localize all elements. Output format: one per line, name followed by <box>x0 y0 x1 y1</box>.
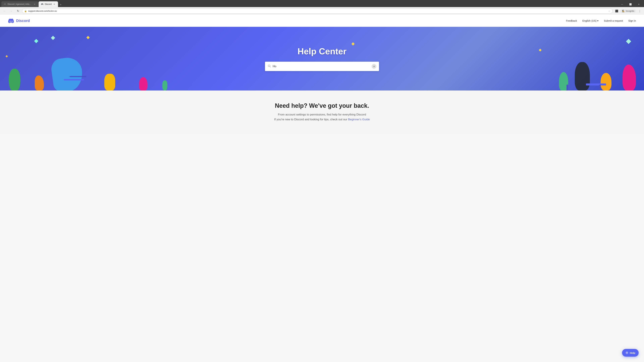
tab-favicon-1: 🎮 <box>4 3 6 5</box>
tab-favicon-2: 🎮 <box>41 3 44 5</box>
maximize-button[interactable]: ⬜ <box>626 2 634 7</box>
minimize-button[interactable]: — <box>618 2 626 7</box>
search-input[interactable] <box>273 65 370 68</box>
hero-title: Help Center <box>298 46 346 56</box>
help-headline: Need help? We've got your back. <box>8 102 636 109</box>
window-controls: — ⬜ ✕ <box>618 2 643 7</box>
deco-star-2 <box>351 42 355 45</box>
left-characters <box>0 27 290 90</box>
refresh-icon: ↻ <box>17 9 19 12</box>
sign-in-nav-link[interactable]: Sign in <box>628 19 636 22</box>
right-characters <box>374 27 644 90</box>
close-button[interactable]: ✕ <box>635 2 643 7</box>
browser-tab-1[interactable]: 🎮 Discord | #general | Artists Disco... … <box>1 1 38 7</box>
discord-logo-text: Discord <box>16 18 30 23</box>
forward-icon: → <box>10 9 12 12</box>
tab-close-2[interactable]: ✕ <box>53 3 56 5</box>
browser-chrome: 🎮 Discord | #general | Artists Disco... … <box>0 0 644 15</box>
search-clear-button[interactable]: ✕ <box>372 64 376 69</box>
site-nav: Discord Feedback English (US) ▾ Submit a… <box>0 15 644 27</box>
nav-links: Feedback English (US) ▾ Submit a request… <box>566 19 636 22</box>
search-icon <box>268 64 271 68</box>
maximize-icon: ⬜ <box>629 3 632 5</box>
more-options-icon: ⋮ <box>638 9 641 12</box>
submit-request-nav-link[interactable]: Submit a request <box>604 19 623 22</box>
toolbar-right: ⬛ 🕵 Incognito ⋮ <box>614 9 642 13</box>
language-nav-link[interactable]: English (US) ▾ <box>582 19 598 22</box>
profile-manager-button[interactable]: ⬛ <box>614 9 619 13</box>
help-body-2: If you're new to Discord and looking for… <box>8 117 636 122</box>
minimize-icon: — <box>621 3 623 5</box>
tab-close-1[interactable]: ✕ <box>33 3 36 5</box>
svg-line-1 <box>270 66 271 67</box>
lock-icon: 🔒 <box>24 10 27 12</box>
bookmark-icon[interactable]: ☆ <box>608 10 610 12</box>
browser-toolbar: ← → ↻ 🔒 support.discord.com/hc/en-us ☆ ⬛… <box>0 7 644 15</box>
tab-label-2: Discord <box>45 3 52 5</box>
discord-logo-icon <box>8 18 14 24</box>
main-content: Need help? We've got your back. From acc… <box>0 90 644 134</box>
tab-bar: 🎮 Discord | #general | Artists Disco... … <box>0 0 644 7</box>
more-options-button[interactable]: ⋮ <box>637 9 642 13</box>
new-tab-button[interactable]: + <box>58 2 63 7</box>
refresh-button[interactable]: ↻ <box>16 8 20 13</box>
search-bar: ✕ <box>265 62 379 71</box>
incognito-indicator: 🕵 Incognito <box>620 9 636 13</box>
page-content: Discord Feedback English (US) ▾ Submit a… <box>0 15 644 134</box>
hero-banner: Help Center ✕ <box>0 27 644 90</box>
language-label: English (US) <box>582 19 596 22</box>
deco-star-1 <box>51 36 55 40</box>
discord-logo: Discord <box>8 18 30 24</box>
forward-button[interactable]: → <box>9 8 14 13</box>
beginners-guide-link[interactable]: Beginner's Guide <box>348 118 370 121</box>
clear-icon: ✕ <box>373 65 375 68</box>
chevron-down-icon: ▾ <box>597 19 598 22</box>
feedback-nav-link[interactable]: Feedback <box>566 19 577 22</box>
tab-label-1: Discord | #general | Artists Disco... <box>8 3 32 5</box>
address-text: support.discord.com/hc/en-us <box>28 10 607 12</box>
hero-decorations <box>0 27 644 90</box>
profile-manager-icon: ⬛ <box>615 9 618 12</box>
browser-tab-2[interactable]: 🎮 Discord ✕ <box>38 1 58 7</box>
back-button[interactable]: ← <box>2 8 7 13</box>
address-bar[interactable]: 🔒 support.discord.com/hc/en-us ☆ <box>22 8 613 13</box>
search-container: ✕ <box>265 62 379 71</box>
close-icon: ✕ <box>638 3 640 5</box>
new-tab-icon: + <box>60 3 62 6</box>
back-icon: ← <box>3 9 6 12</box>
help-body-1: From account settings to permissions, fi… <box>8 112 636 117</box>
incognito-icon: 🕵 <box>622 10 625 12</box>
incognito-label: Incognito <box>626 10 634 12</box>
help-body-2-text: If you're new to Discord and looking for… <box>274 118 348 121</box>
discord-logo-link[interactable]: Discord <box>8 18 30 24</box>
